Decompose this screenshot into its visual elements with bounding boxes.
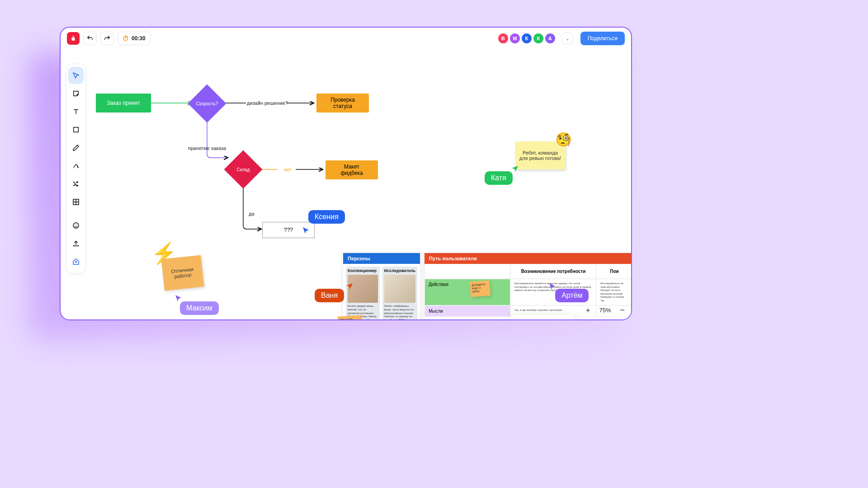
zoom-in-button[interactable]: + (586, 306, 590, 314)
journey-col-header: Возникновение потребности (510, 264, 596, 279)
flow-node-feedback-mockup[interactable]: Макет фидбека (326, 160, 378, 179)
flow-label-accept: принятие заказа (188, 145, 226, 151)
avatar[interactable]: К (522, 33, 532, 43)
redo-button[interactable] (100, 32, 114, 45)
avatar[interactable]: В (498, 33, 508, 43)
outer-zoom-panel: + 75% − (586, 305, 625, 315)
cursor-tag-maksim: Максим (180, 301, 219, 315)
svg-point-10 (517, 320, 521, 320)
share-button[interactable]: Поделиться (580, 32, 625, 45)
canvas[interactable]: Заказ принят Скорость? дизайн решение? П… (61, 49, 631, 319)
flow-label-yes: да (249, 211, 255, 216)
app-logo[interactable] (67, 32, 80, 45)
timer-display[interactable]: ⏱ 00:30 (118, 32, 151, 45)
zoom-out-button[interactable]: − (620, 305, 625, 315)
cursor-tag-katya: Катя (485, 171, 513, 185)
magnifier-icon[interactable] (515, 319, 524, 320)
app-window: ⏱ 00:30 ВМККА ⌄ Поделиться (60, 27, 632, 320)
cursor-icon (175, 294, 183, 302)
avatar[interactable]: К (533, 33, 543, 43)
journey-header: Путь пользователя (425, 253, 632, 264)
zoom-out-button[interactable]: - (561, 320, 569, 320)
sticky-add-steps[interactable]: Добавить еще 3 шага (470, 280, 491, 297)
journey-row-thoughts: Мысли (425, 305, 510, 317)
personas-frame[interactable]: Персоны Коллекционер Купить редкую вещь,… (343, 253, 420, 320)
flow-diamond-warehouse[interactable]: Склад (224, 150, 263, 189)
undo-button[interactable] (83, 32, 97, 45)
cursor-icon (548, 282, 557, 291)
persona-researcher: Исследователь Любит «кайфовые» вещи, час… (382, 267, 417, 320)
flow-node-order-accepted[interactable]: Заказ принят (96, 94, 151, 113)
avatar[interactable]: М (510, 33, 520, 43)
journey-row-actions: Действия Добавить еще 3 шага (425, 279, 510, 305)
zoom-value: 75% (599, 307, 611, 314)
inner-zoom-panel: + 33% - (510, 315, 574, 320)
cursor-icon (302, 226, 310, 235)
journey-col-header: Пои (596, 264, 632, 279)
cursor-tag-artem: Артём (555, 289, 589, 302)
journey-spacer (425, 264, 510, 279)
stopwatch-icon: ⏱ (123, 35, 129, 42)
sticky-great-job[interactable]: Отличная работа! (161, 255, 204, 291)
personas-header: Персоны (343, 253, 420, 264)
zoom-in-button[interactable]: + (531, 320, 538, 320)
flow-label-design: дизайн решение? (247, 100, 288, 106)
flow-node-status-check[interactable]: Проверка статуса (316, 94, 369, 113)
cursor-tag-vanya: Ваня (315, 289, 344, 302)
persona-collector: Коллекционер Купить редкую вещь, винтаж,… (346, 267, 380, 320)
persona-image (384, 275, 415, 303)
flow-label-no: нет (284, 167, 292, 172)
thinking-emoji-icon: 🧐 (555, 131, 572, 147)
cursor-icon (511, 165, 519, 173)
zoom-value: 33% (544, 320, 555, 320)
avatar[interactable]: А (545, 33, 555, 43)
timer-value: 00:30 (132, 35, 146, 42)
more-users-button[interactable]: ⌄ (561, 33, 573, 44)
sticky-clarify[interactable]: Уточнить мотивацию (338, 315, 363, 320)
cursor-tag-kseniya: Ксения (308, 210, 345, 224)
cursor-icon (345, 282, 354, 291)
top-bar: ⏱ 00:30 ВМККА ⌄ Поделиться (61, 28, 631, 49)
journey-cell: Исследователь не знае кроссовки. Заходит… (596, 279, 632, 305)
collaborator-avatars: ВМККА (498, 33, 555, 43)
flow-diamond-speed[interactable]: Скорость? (188, 84, 226, 123)
